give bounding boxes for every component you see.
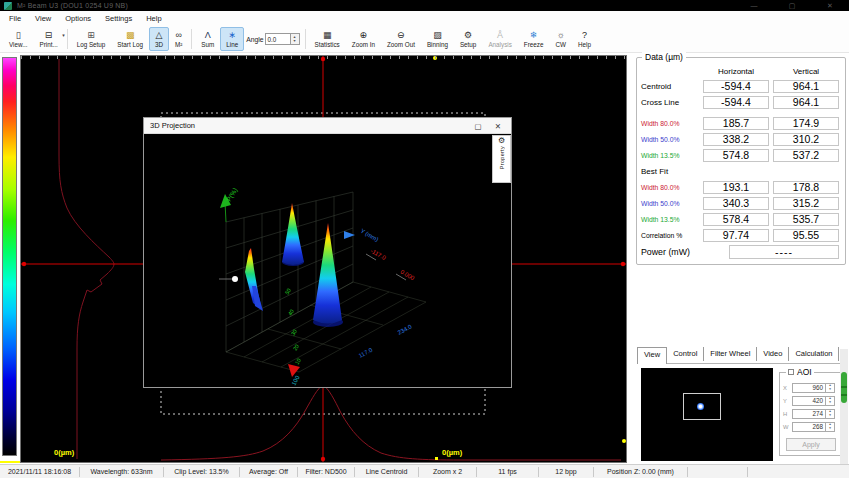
toolbar-icon: ⊞ bbox=[87, 31, 95, 41]
tab[interactable]: Video bbox=[757, 347, 789, 361]
tab[interactable]: View bbox=[637, 347, 667, 364]
beam-peak-large bbox=[313, 223, 343, 327]
help-icon[interactable]: ? Help bbox=[572, 27, 597, 51]
svg-text:40: 40 bbox=[287, 308, 295, 316]
data-row: Width 80.0% 185.7 174.9 bbox=[641, 115, 841, 131]
data-row-label: Width 50.0% bbox=[641, 200, 701, 207]
view-icon[interactable]: ▯ View... bbox=[3, 27, 33, 51]
vertical-beam-profile bbox=[59, 59, 114, 459]
data-row-label: Best Fit bbox=[641, 167, 701, 176]
statistics-icon[interactable]: ▦ Statistics bbox=[309, 27, 346, 51]
line-icon[interactable]: ∗ Line bbox=[220, 27, 244, 51]
start-log-icon[interactable]: ▩ Start Log bbox=[111, 27, 149, 51]
aoi-field-input[interactable]: 268 bbox=[792, 422, 826, 432]
aoi-field-input[interactable]: 960 bbox=[792, 383, 826, 393]
angle-spinner[interactable]: ▲▼ bbox=[291, 33, 300, 45]
toolbar-icon: ▩ bbox=[126, 31, 135, 41]
aoi-field-spinner[interactable]: ▲▼ bbox=[826, 383, 835, 393]
data-row: Cross Line -594.4 964.1 bbox=[641, 94, 841, 110]
angle-label: Angle bbox=[246, 36, 263, 43]
menu-item[interactable]: Options bbox=[58, 14, 98, 23]
cw-icon[interactable]: ☼ CW bbox=[549, 27, 572, 51]
projection-3d-plot[interactable]: P(%) 50 40 30 20 10 100 bbox=[144, 134, 511, 387]
beam-peak-small bbox=[282, 203, 304, 266]
data-row: Width 50.0% 340.3 315.2 bbox=[641, 195, 841, 211]
svg-text:234.0: 234.0 bbox=[397, 323, 414, 336]
aoi-apply-button[interactable]: Apply bbox=[786, 438, 836, 451]
toolbar-icon: ∗ bbox=[228, 31, 236, 41]
toolbar-icon: Λ bbox=[205, 31, 211, 41]
data-row-label: Width 13.5% bbox=[641, 152, 701, 159]
aoi-field-row: W 268 ▲▼ bbox=[783, 420, 841, 433]
setup-icon[interactable]: ⚙ Setup bbox=[454, 27, 482, 51]
right-panel: Data (µm) Horizontal Vertical Centroid -… bbox=[628, 53, 849, 464]
data-group: Data (µm) Horizontal Vertical Centroid -… bbox=[636, 57, 846, 265]
data-row: Width 50.0% 338.2 310.2 bbox=[641, 131, 841, 147]
m2-icon[interactable]: ∞ M² bbox=[169, 27, 188, 51]
analysis-icon[interactable]: Å Analysis bbox=[482, 27, 517, 51]
aoi-field-label: Y bbox=[783, 398, 792, 404]
aoi-field-spinner[interactable]: ▲▼ bbox=[826, 422, 835, 432]
svg-text:Y (mm): Y (mm) bbox=[360, 228, 380, 243]
toolbar-separator bbox=[191, 29, 192, 49]
data-row: Width 80.0% 193.1 178.8 bbox=[641, 179, 841, 195]
menu-item[interactable]: Settings bbox=[98, 14, 139, 23]
projection-title-bar[interactable]: 3D Projection ▢ ✕ bbox=[144, 118, 511, 134]
beam-thumbnail[interactable] bbox=[641, 368, 773, 461]
freeze-icon[interactable]: ❄ Freeze bbox=[518, 27, 550, 51]
data-row-label: Width 80.0% bbox=[641, 120, 701, 127]
aoi-field-input[interactable]: 420 bbox=[792, 396, 826, 406]
sum-icon[interactable]: Λ Sum bbox=[195, 27, 220, 51]
projection-plot-area[interactable]: ⚙ Property bbox=[144, 134, 511, 387]
projection-close-button[interactable]: ✕ bbox=[487, 118, 509, 134]
value-horizontal: -594.4 bbox=[703, 80, 769, 93]
menu-item[interactable]: File bbox=[2, 14, 28, 23]
zoom-out-icon[interactable]: ⊖ Zoom Out bbox=[381, 27, 421, 51]
minimize-button[interactable]: — bbox=[735, 0, 773, 11]
value-vertical: 535.7 bbox=[773, 213, 839, 226]
panel-scrollbar[interactable] bbox=[840, 349, 848, 464]
property-tab-label: Property bbox=[499, 146, 505, 169]
toolbar-icon: Å bbox=[497, 31, 503, 41]
tab[interactable]: Calculation bbox=[789, 347, 839, 361]
maximize-button[interactable]: ▢ bbox=[773, 0, 811, 11]
svg-text:P(%): P(%) bbox=[225, 187, 239, 203]
data-row-label: Width 50.0% bbox=[641, 136, 701, 143]
marker-dot[interactable] bbox=[232, 276, 238, 282]
toolbar-icon: ▨ bbox=[433, 31, 442, 41]
aoi-field-spinner[interactable]: ▲▼ bbox=[826, 409, 835, 419]
application-window: M² Beam U3 (DOU1 0254 U9 NB) — ▢ ✕ FileV… bbox=[0, 0, 849, 478]
data-row: Width 13.5% 578.4 535.7 bbox=[641, 211, 841, 227]
angle-input[interactable]: 0.0 bbox=[265, 33, 291, 45]
menu-item[interactable]: Help bbox=[139, 14, 168, 23]
toolbar-icon: ⊕ bbox=[360, 31, 368, 41]
binning-icon[interactable]: ▨ Binning bbox=[421, 27, 454, 51]
projection-maximize-button[interactable]: ▢ bbox=[467, 118, 489, 134]
projection-title: 3D Projection bbox=[150, 121, 195, 130]
print-icon[interactable]: ⊟ Print... bbox=[33, 27, 63, 51]
menu-item[interactable]: View bbox=[28, 14, 58, 23]
aoi-field-row: H 274 ▲▼ bbox=[783, 407, 841, 420]
thumbnail-beam-spot bbox=[697, 403, 704, 410]
value-horizontal: 578.4 bbox=[703, 213, 769, 226]
close-button[interactable]: ✕ bbox=[811, 0, 849, 11]
scrollbar-thumb[interactable] bbox=[841, 372, 847, 403]
tab[interactable]: Filter Wheel bbox=[704, 347, 757, 361]
aoi-field-input[interactable]: 274 bbox=[792, 409, 826, 419]
log-setup-icon[interactable]: ⊞ Log Setup bbox=[71, 27, 112, 51]
property-tab[interactable]: ⚙ Property bbox=[492, 135, 511, 183]
svg-text:0.000: 0.000 bbox=[400, 269, 417, 282]
status-bar: 2021/11/11 18:16:08Wavelength: 633nmClip… bbox=[0, 464, 849, 478]
top-ruler bbox=[21, 56, 626, 59]
zoom-in-icon[interactable]: ⊕ Zoom In bbox=[346, 27, 381, 51]
toolbar-separator bbox=[305, 29, 306, 49]
power-label: Power (mW) bbox=[641, 247, 729, 257]
aoi-field-spinner[interactable]: ▲▼ bbox=[826, 396, 835, 406]
svg-text:10: 10 bbox=[294, 357, 302, 365]
tab[interactable]: Control bbox=[667, 347, 704, 361]
aoi-group: AOI X 960 ▲▼ Y 420 ▲▼ bbox=[779, 372, 843, 456]
aoi-checkbox[interactable] bbox=[788, 369, 794, 375]
status-item: Wavelength: 633nm bbox=[80, 467, 164, 477]
toolbar: ▯ View... ⊟ Print... ⊞ Log Setup ▩ bbox=[0, 26, 849, 53]
3d-icon[interactable]: △ 3D bbox=[149, 27, 169, 51]
